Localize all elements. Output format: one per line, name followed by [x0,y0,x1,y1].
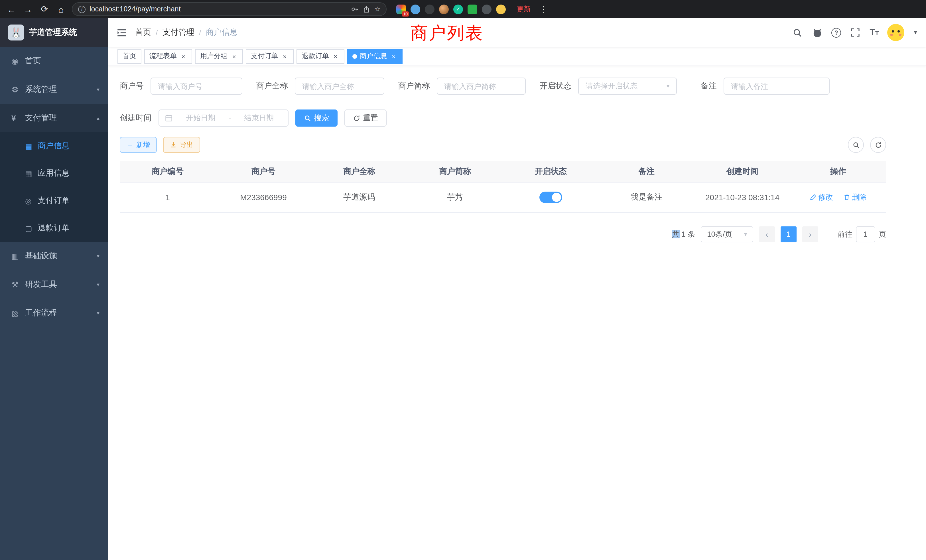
merchant-no-input[interactable] [151,77,242,95]
sidebar-item-payment[interactable]: ¥ 支付管理 ▲ [0,104,108,132]
reset-button[interactable]: 重置 [344,109,387,127]
table-toolbar: ＋ 新增 导出 [120,137,886,153]
sidebar-collapse-icon[interactable] [108,27,135,38]
tab-refund-order[interactable]: 退款订单 × [297,49,344,64]
tab-pay-order[interactable]: 支付订单 × [246,49,294,64]
delete-link[interactable]: 删除 [843,192,867,203]
tab-home[interactable]: 首页 [118,49,141,64]
sidebar-submenu-payment: ▤ 商户信息 ▦ 应用信息 ◎ 支付订单 ▢ 退款订单 [0,132,108,242]
status-toggle[interactable] [539,192,562,203]
start-date-placeholder: 开始日期 [177,113,224,123]
close-icon[interactable]: × [390,53,398,60]
short-name-input[interactable] [437,77,526,95]
export-button[interactable]: 导出 [163,137,200,153]
tab-merchant-info[interactable]: 商户信息 × [347,49,402,64]
sidebar-item-devtools[interactable]: ⚒ 研发工具 ▼ [0,270,108,299]
extension-notes-icon[interactable] [468,4,477,14]
sidebar-item-workflow[interactable]: ▧ 工作流程 ▼ [0,299,108,327]
edit-link[interactable]: 修改 [809,192,833,203]
sidebar-logo[interactable]: 🐰 芋道管理系统 [0,18,108,47]
sidebar-item-system[interactable]: ⚙ 系统管理 ▼ [0,75,108,104]
pagination: 共 1 条 10条/页 ▼ ‹ 1 › 前往 页 [120,226,886,242]
cell-merchant-no: M233666999 [216,183,311,212]
extension-toolbar: 10 ✓ [396,4,506,14]
sidebar-item-merchant-info[interactable]: ▤ 商户信息 [0,132,108,160]
page-1-button[interactable]: 1 [781,226,797,242]
toggle-search-icon[interactable] [848,137,864,153]
gear-icon: ⚙ [11,85,25,94]
breadcrumb-home[interactable]: 首页 [135,27,151,38]
page: ← → ⟳ ⌂ i localhost:1024/pay/merchant ☆ … [0,0,926,560]
url-text[interactable]: localhost:1024/pay/merchant [89,5,346,13]
extension-smiley-icon[interactable] [496,4,506,14]
github-icon[interactable] [811,27,823,38]
tab-user-group[interactable]: 用户分组 × [195,49,243,64]
filter-row-2: 创建时间 开始日期 - 结束日期 搜索 [120,109,886,127]
extension-avatar-icon[interactable] [439,4,449,14]
col-merchant-id: 商户编号 [120,161,216,183]
extension-icon[interactable]: 10 [396,4,406,14]
full-name-input[interactable] [295,77,384,95]
help-icon[interactable]: ? [831,28,841,37]
browser-update-button[interactable]: 更新 [517,4,531,14]
col-status: 开启状态 [503,161,599,183]
pagination-total-highlight: 共 [672,230,679,238]
logo-image: 🐰 [8,24,24,41]
share-icon[interactable] [363,5,370,13]
key-icon[interactable] [351,5,359,13]
breadcrumb-current: 商户信息 [206,27,238,38]
cell-remark: 我是备注 [599,183,694,212]
close-icon[interactable]: × [332,53,339,60]
fullscreen-icon[interactable] [850,27,861,38]
pagination-total: 共 1 条 [672,229,695,239]
extension-check-icon[interactable]: ✓ [453,4,463,14]
search-icon[interactable] [791,27,803,38]
page-size-select[interactable]: 10条/页 ▼ [701,226,753,242]
sidebar-item-app-info[interactable]: ▦ 应用信息 [0,160,108,187]
prev-page-button[interactable]: ‹ [759,226,775,242]
extension-gray-icon[interactable] [482,4,492,14]
close-icon[interactable]: × [230,53,238,60]
breadcrumb-section[interactable]: 支付管理 [162,27,194,38]
next-page-button[interactable]: › [802,226,818,242]
font-size-icon[interactable]: TT [870,27,879,38]
sidebar-item-refund-order[interactable]: ▢ 退款订单 [0,215,108,242]
tab-process-form[interactable]: 流程表单 × [144,49,192,64]
browser-reload-icon[interactable]: ⟳ [39,4,50,14]
sidebar-item-infrastructure[interactable]: ▥ 基础设施 ▼ [0,242,108,270]
status-select[interactable]: 请选择开启状态 ▼ [578,77,677,95]
close-icon[interactable]: × [281,53,289,60]
address-bar[interactable]: i localhost:1024/pay/merchant ☆ [72,2,387,16]
site-info-icon[interactable]: i [78,5,86,13]
sidebar-item-pay-order[interactable]: ◎ 支付订单 [0,187,108,215]
tools-icon: ⚒ [11,280,25,289]
browser-menu-icon[interactable]: ⋮ [539,5,548,14]
user-avatar[interactable] [887,24,904,41]
page-unit-label: 页 [879,229,886,239]
tab-label: 流程表单 [150,51,177,61]
create-time-range-picker[interactable]: 开始日期 - 结束日期 [159,109,289,127]
create-time-label: 创建时间 [120,113,152,123]
search-button[interactable]: 搜索 [295,109,337,127]
add-button[interactable]: ＋ 新增 [120,137,157,153]
goto-page-input[interactable] [856,226,875,242]
sidebar-item-dashboard[interactable]: ◉ 首页 [0,47,108,75]
refresh-icon[interactable] [870,137,886,153]
browser-home-icon[interactable]: ⌂ [55,4,67,14]
filter-row-1: 商户号 商户全称 商户简称 开启状态 请选择开启状态 ▼ 备注 [120,77,886,95]
remark-input[interactable] [723,77,830,95]
toggle-knob [552,193,561,202]
sidebar-group-payment: ¥ 支付管理 ▲ ▤ 商户信息 ▦ 应用信息 ◎ 支付订单 [0,104,108,242]
bookmark-star-icon[interactable]: ☆ [374,5,380,13]
extension-drop-icon[interactable] [410,4,420,14]
remark-label: 备注 [701,81,717,91]
browser-back-icon[interactable]: ← [6,4,17,14]
export-button-label: 导出 [180,140,193,150]
box-icon: ▥ [11,251,25,260]
table-row[interactable]: 1 M233666999 芋道源码 芋艿 我是备注 2021-10-23 08:… [120,183,886,212]
extension-dark-icon[interactable] [425,4,434,14]
avatar-caret-icon[interactable]: ▼ [913,30,918,35]
browser-forward-icon[interactable]: → [22,4,34,14]
close-icon[interactable]: × [180,53,187,60]
extension-badge: 10 [402,11,409,16]
